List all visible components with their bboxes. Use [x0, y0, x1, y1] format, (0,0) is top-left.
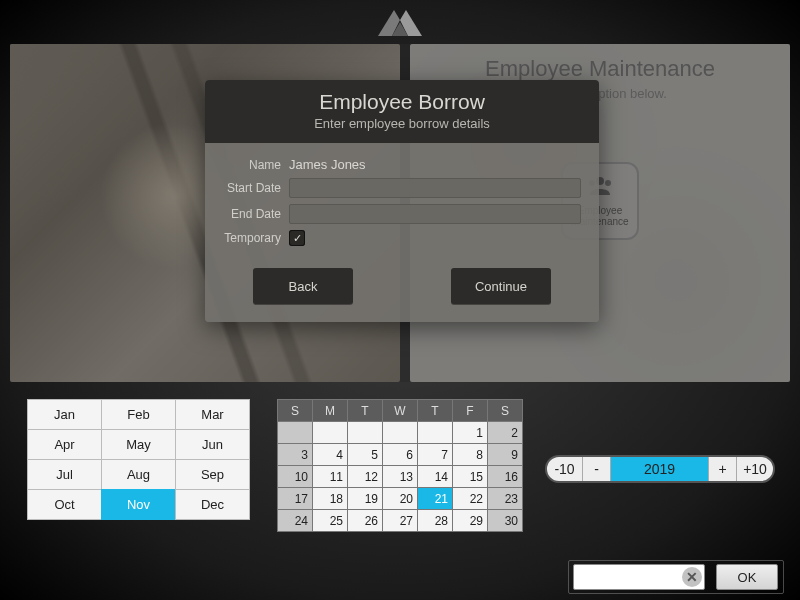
month-picker: JanFebMarAprMayJunJulAugSepOctNovDec	[28, 400, 250, 520]
continue-button[interactable]: Continue	[451, 268, 551, 304]
employee-borrow-dialog: Employee Borrow Enter employee borrow de…	[205, 80, 599, 322]
calendar-day-29[interactable]: 29	[452, 509, 488, 532]
year-plus-10-button[interactable]: +10	[737, 457, 773, 481]
weekday-header: S	[277, 399, 313, 422]
calendar-day-9[interactable]: 9	[487, 443, 523, 466]
month-sep[interactable]: Sep	[175, 459, 250, 490]
app-logo	[378, 8, 422, 36]
temporary-checkbox[interactable]: ✓	[289, 230, 305, 246]
end-date-input[interactable]	[289, 204, 581, 224]
calendar-day-17[interactable]: 17	[277, 487, 313, 510]
month-apr[interactable]: Apr	[27, 429, 102, 460]
dialog-header: Employee Borrow Enter employee borrow de…	[205, 80, 599, 143]
calendar-empty	[347, 421, 383, 444]
calendar-day-26[interactable]: 26	[347, 509, 383, 532]
calendar-day-30[interactable]: 30	[487, 509, 523, 532]
calendar-day-5[interactable]: 5	[347, 443, 383, 466]
name-label: Name	[223, 158, 281, 172]
dialog-title: Employee Borrow	[205, 90, 599, 114]
calendar-day-8[interactable]: 8	[452, 443, 488, 466]
weekday-header: M	[312, 399, 348, 422]
calendar-day-19[interactable]: 19	[347, 487, 383, 510]
calendar-day-12[interactable]: 12	[347, 465, 383, 488]
calendar-empty	[312, 421, 348, 444]
day-picker: SMTWTFS 12345678910111213141516171819202…	[278, 400, 523, 532]
weekday-header: S	[487, 399, 523, 422]
month-nov[interactable]: Nov	[101, 489, 176, 520]
month-jun[interactable]: Jun	[175, 429, 250, 460]
calendar-day-13[interactable]: 13	[382, 465, 418, 488]
calendar-day-24[interactable]: 24	[277, 509, 313, 532]
calendar-day-22[interactable]: 22	[452, 487, 488, 510]
calendar-day-28[interactable]: 28	[417, 509, 453, 532]
calendar-day-21[interactable]: 21	[417, 487, 453, 510]
date-text-input[interactable]: ✕	[573, 564, 705, 590]
calendar-day-18[interactable]: 18	[312, 487, 348, 510]
calendar-day-10[interactable]: 10	[277, 465, 313, 488]
calendar-day-4[interactable]: 4	[312, 443, 348, 466]
month-mar[interactable]: Mar	[175, 399, 250, 430]
month-jul[interactable]: Jul	[27, 459, 102, 490]
calendar-day-7[interactable]: 7	[417, 443, 453, 466]
dialog-subtitle: Enter employee borrow details	[205, 116, 599, 131]
month-oct[interactable]: Oct	[27, 489, 102, 520]
calendar-day-6[interactable]: 6	[382, 443, 418, 466]
end-date-label: End Date	[223, 207, 281, 221]
calendar-empty	[417, 421, 453, 444]
calendar-day-20[interactable]: 20	[382, 487, 418, 510]
year-minus-button[interactable]: -	[583, 457, 611, 481]
calendar-day-2[interactable]: 2	[487, 421, 523, 444]
calendar-day-1[interactable]: 1	[452, 421, 488, 444]
calendar-day-27[interactable]: 27	[382, 509, 418, 532]
calendar-day-15[interactable]: 15	[452, 465, 488, 488]
weekday-header: W	[382, 399, 418, 422]
year-value: 2019	[611, 457, 709, 481]
temporary-label: Temporary	[223, 231, 281, 245]
calendar-day-11[interactable]: 11	[312, 465, 348, 488]
calendar-empty	[382, 421, 418, 444]
month-dec[interactable]: Dec	[175, 489, 250, 520]
weekday-header: T	[347, 399, 383, 422]
weekday-header: T	[417, 399, 453, 422]
back-button[interactable]: Back	[253, 268, 353, 304]
start-date-label: Start Date	[223, 181, 281, 195]
start-date-input[interactable]	[289, 178, 581, 198]
month-jan[interactable]: Jan	[27, 399, 102, 430]
name-value: James Jones	[289, 157, 366, 172]
year-minus-10-button[interactable]: -10	[547, 457, 583, 481]
calendar-day-14[interactable]: 14	[417, 465, 453, 488]
year-plus-button[interactable]: +	[709, 457, 737, 481]
calendar-day-25[interactable]: 25	[312, 509, 348, 532]
calendar-day-23[interactable]: 23	[487, 487, 523, 510]
calendar-day-16[interactable]: 16	[487, 465, 523, 488]
month-feb[interactable]: Feb	[101, 399, 176, 430]
month-aug[interactable]: Aug	[101, 459, 176, 490]
calendar-day-3[interactable]: 3	[277, 443, 313, 466]
month-may[interactable]: May	[101, 429, 176, 460]
year-picker: -10 - 2019 + +10	[545, 455, 775, 483]
weekday-header: F	[452, 399, 488, 422]
calendar-empty	[277, 421, 313, 444]
clear-icon[interactable]: ✕	[682, 567, 702, 587]
ok-button[interactable]: OK	[716, 564, 778, 590]
